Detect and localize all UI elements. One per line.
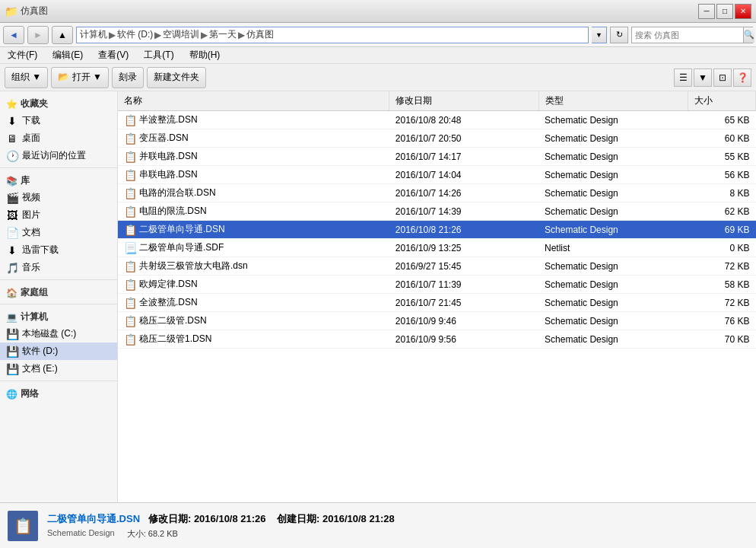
video-icon: 🎬	[6, 192, 18, 204]
col-size[interactable]: 大小	[688, 91, 755, 111]
view-list-button[interactable]: ☰	[674, 68, 692, 87]
sidebar-item-d-drive[interactable]: 💾 软件 (D:)	[0, 342, 117, 360]
file-size: 62 KB	[688, 202, 755, 221]
file-type: Schematic Design	[538, 312, 688, 330]
table-row[interactable]: 📋 半波整流.DSN 2016/10/8 20:48 Schematic Des…	[118, 111, 756, 129]
sidebar-item-documents[interactable]: 📄 文档	[0, 224, 117, 241]
view-preview-button[interactable]: ⊡	[713, 68, 732, 87]
status-bar: 📋 二极管单向导通.DSN 修改日期: 2016/10/8 21:26 创建日期…	[0, 502, 756, 548]
file-size: 56 KB	[688, 166, 755, 184]
table-row[interactable]: 📋 稳压二级管.DSN 2016/10/9 9:46 Schematic Des…	[118, 312, 756, 330]
menu-tools[interactable]: 工具(T)	[139, 47, 178, 63]
view-dropdown-button[interactable]: ▼	[694, 68, 712, 87]
sidebar-item-video[interactable]: 🎬 视频	[0, 189, 117, 206]
status-file-icon: 📋	[8, 511, 38, 541]
menu-edit[interactable]: 编辑(E)	[48, 47, 87, 63]
library-icon: 📚	[6, 176, 17, 186]
file-icon: 📋	[124, 132, 136, 145]
file-icon: 📋	[124, 224, 136, 236]
network-group: 🌐 网络	[0, 384, 117, 402]
path-d-drive[interactable]: 软件 (D:)	[117, 28, 153, 41]
file-size: 72 KB	[688, 294, 755, 312]
path-training[interactable]: 空调培训	[163, 28, 199, 41]
pictures-icon: 🖼	[6, 209, 18, 221]
file-icon: 📋	[124, 206, 136, 218]
window-icon: 📁	[5, 5, 17, 18]
file-size: 55 KB	[688, 148, 755, 166]
burn-button[interactable]: 刻录	[112, 67, 144, 88]
table-row[interactable]: 📃 二极管单向导通.SDF 2016/10/9 13:25 Netlist 0 …	[118, 239, 756, 257]
table-row[interactable]: 📋 电阻的限流.DSN 2016/10/7 14:39 Schematic De…	[118, 202, 756, 221]
desktop-icon: 🖥	[6, 132, 18, 145]
c-drive-icon: 💾	[6, 328, 18, 340]
forward-button[interactable]: ►	[27, 26, 49, 44]
refresh-button[interactable]: ↻	[610, 27, 628, 43]
sidebar-item-recent[interactable]: 🕐 最近访问的位置	[0, 147, 117, 164]
organize-button[interactable]: 组织 ▼	[5, 67, 48, 88]
col-type[interactable]: 类型	[538, 91, 688, 111]
path-computer[interactable]: 计算机	[80, 28, 107, 41]
file-modified: 2016/10/7 14:17	[389, 148, 538, 166]
file-name: 并联电路.DSN	[139, 150, 198, 163]
file-name: 电阻的限流.DSN	[139, 205, 207, 218]
maximize-button[interactable]: □	[716, 4, 733, 19]
dsn-icon: 📋	[14, 517, 33, 535]
file-type: Schematic Design	[538, 294, 688, 312]
status-meta: Schematic Design 大小: 68.2 KB	[47, 528, 395, 540]
path-day1[interactable]: 第一天	[209, 28, 237, 41]
star-icon: ⭐	[6, 99, 17, 110]
title-bar-left: 📁 仿真图	[5, 5, 48, 18]
table-row[interactable]: 📋 变压器.DSN 2016/10/7 20:50 Schematic Desi…	[118, 129, 756, 148]
file-modified: 2016/10/9 9:46	[389, 312, 538, 330]
file-name: 二极管单向导通.DSN	[139, 223, 225, 236]
sidebar-item-music[interactable]: 🎵 音乐	[0, 259, 117, 276]
search-icon[interactable]: 🔍	[743, 27, 754, 43]
sidebar-item-downloads[interactable]: ⬇ 下载	[0, 112, 117, 129]
file-modified: 2016/10/8 21:26	[389, 221, 538, 239]
menu-view[interactable]: 查看(V)	[94, 47, 133, 63]
sidebar-item-e-drive[interactable]: 💾 文档 (E:)	[0, 360, 117, 378]
table-row[interactable]: 📋 稳压二级管1.DSN 2016/10/9 9:56 Schematic De…	[118, 330, 756, 349]
address-path: 计算机 ▶ 软件 (D:) ▶ 空调培训 ▶ 第一天 ▶ 仿真图	[76, 27, 589, 43]
table-row[interactable]: 📋 串联电路.DSN 2016/10/7 14:04 Schematic Des…	[118, 166, 756, 184]
table-row[interactable]: 📋 共射级三极管放大电路.dsn 2016/9/27 15:45 Schemat…	[118, 257, 756, 276]
search-input[interactable]	[632, 30, 743, 40]
open-button[interactable]: 📂 打开 ▼	[51, 67, 109, 88]
title-bar-title: 仿真图	[21, 5, 48, 18]
up-button[interactable]: ▲	[52, 26, 73, 44]
table-row[interactable]: 📋 全波整流.DSN 2016/10/7 21:45 Schematic Des…	[118, 294, 756, 312]
file-type: Schematic Design	[538, 202, 688, 221]
view-help-button[interactable]: ❓	[733, 68, 751, 87]
file-modified: 2016/10/7 14:04	[389, 166, 538, 184]
col-name[interactable]: 名称	[118, 91, 389, 111]
new-folder-button[interactable]: 新建文件夹	[147, 67, 206, 88]
path-folder[interactable]: 仿真图	[246, 28, 274, 41]
file-type: Schematic Design	[538, 129, 688, 148]
address-dropdown[interactable]: ▼	[592, 27, 607, 43]
file-name: 稳压二级管.DSN	[139, 314, 207, 327]
sidebar-item-pictures[interactable]: 🖼 图片	[0, 206, 117, 224]
table-row[interactable]: 📋 二极管单向导通.DSN 2016/10/8 21:26 Schematic …	[118, 221, 756, 239]
back-button[interactable]: ◄	[3, 26, 24, 44]
file-type: Schematic Design	[538, 276, 688, 294]
file-type: Schematic Design	[538, 221, 688, 239]
minimize-button[interactable]: ─	[698, 4, 715, 19]
sidebar-item-thunder[interactable]: ⬇ 迅雷下载	[0, 241, 117, 259]
sidebar-divider-3	[0, 304, 117, 304]
table-row[interactable]: 📋 并联电路.DSN 2016/10/7 14:17 Schematic Des…	[118, 148, 756, 166]
menu-help[interactable]: 帮助(H)	[185, 47, 225, 63]
table-row[interactable]: 📋 电路的混合联.DSN 2016/10/7 14:26 Schematic D…	[118, 184, 756, 202]
file-size: 8 KB	[688, 184, 755, 202]
file-type: Netlist	[538, 239, 688, 257]
network-icon: 🌐	[6, 389, 17, 400]
sidebar-divider-4	[0, 381, 117, 381]
menu-file[interactable]: 文件(F)	[3, 47, 42, 63]
close-button[interactable]: ✕	[735, 4, 751, 19]
col-modified[interactable]: 修改日期	[389, 91, 538, 111]
table-row[interactable]: 📋 欧姆定律.DSN 2016/10/7 11:39 Schematic Des…	[118, 276, 756, 294]
file-type: Schematic Design	[538, 148, 688, 166]
sidebar-item-c-drive[interactable]: 💾 本地磁盘 (C:)	[0, 325, 117, 342]
file-area: 名称 修改日期 类型 大小 📋 半波整流.DSN 2016/10/8 20:48…	[118, 91, 756, 502]
sidebar-item-desktop[interactable]: 🖥 桌面	[0, 129, 117, 147]
favorites-group: ⭐ 收藏夹	[0, 94, 117, 112]
